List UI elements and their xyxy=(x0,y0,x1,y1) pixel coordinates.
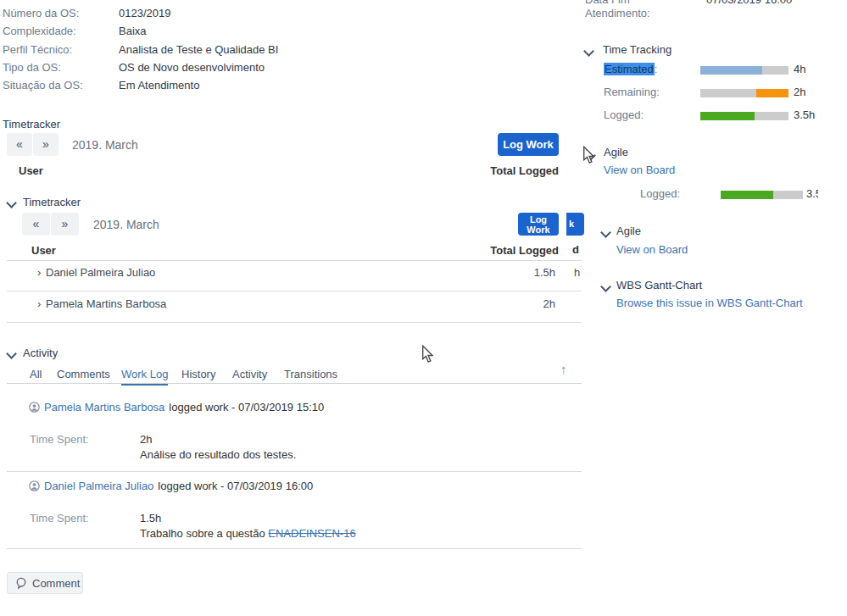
worklog-entry-header: Pamela Martins Barbosa logged work - 07/… xyxy=(29,401,324,413)
sidebar-field-label-line1: Data Fim xyxy=(585,0,630,6)
avatar xyxy=(29,402,40,413)
worklog-divider xyxy=(7,548,582,549)
table-divider xyxy=(7,322,582,323)
log-work-button-fragment: k xyxy=(566,213,584,236)
timetracker-top-log-work-button[interactable]: Log Work xyxy=(498,133,559,156)
estimated-colon: : xyxy=(655,63,658,75)
table-row-total-daniel: 1.5h xyxy=(475,266,555,279)
worklog-description: Trabalho sobre a questão ENADEINSEN-16 xyxy=(140,527,356,540)
table-row-total-pamela: 2h xyxy=(475,297,555,310)
field-label-numero-os: Número da OS: xyxy=(3,7,79,19)
sidebar-field-label-line2: Atendimento: xyxy=(585,7,650,19)
time-spent-label: Time Spent: xyxy=(30,512,89,524)
table-divider xyxy=(7,260,582,261)
timetracker-user-header: User xyxy=(31,244,56,257)
logged-overlay-value: 3.5h xyxy=(806,187,818,200)
logged-label: Logged: xyxy=(604,108,644,121)
wbs-browse-link[interactable]: Browse this issue in WBS Gantt-Chart xyxy=(616,297,803,309)
estimated-label: Estimated: xyxy=(604,63,657,75)
view-on-board-link[interactable]: View on Board xyxy=(616,243,688,256)
field-value-numero-os: 0123/2019 xyxy=(119,7,170,19)
remaining-value: 2h xyxy=(794,86,805,98)
comment-button[interactable]: Comment xyxy=(7,572,83,594)
field-value-complexidade: Baixa xyxy=(119,25,147,37)
timetracker-total-logged-header: Total Logged xyxy=(458,244,559,257)
agile-title: Agile xyxy=(616,225,641,237)
timetracker-log-work-button[interactable]: Log Work xyxy=(518,213,559,236)
worklog-description: Análise do resultado dos testes. xyxy=(140,448,296,461)
worklog-entry-header: Daniel Palmeira Juliao logged work - 07/… xyxy=(29,480,313,492)
selected-text: Estimated xyxy=(604,63,655,75)
field-label-perfil: Perfil Técnico: xyxy=(3,43,72,56)
avatar xyxy=(29,480,40,491)
estimated-bar xyxy=(700,66,788,75)
field-label-tipo: Tipo da OS: xyxy=(3,61,61,74)
worklog-action-text: logged work - 07/03/2019 16:00 xyxy=(158,480,313,492)
sidebar-field-value: 07/03/2019 16:00 xyxy=(706,0,792,6)
view-on-board-link[interactable]: View on Board xyxy=(604,164,675,176)
table-divider xyxy=(7,291,582,291)
logged-overlay-label: Logged: xyxy=(640,187,680,200)
field-label-situacao: Situação da OS: xyxy=(3,79,83,92)
table-row-user-pamela[interactable]: Pamela Martins Barbosa xyxy=(46,297,166,310)
wbs-title: WBS Gantt-Chart xyxy=(616,279,702,291)
tab-history[interactable]: History xyxy=(181,368,215,384)
logged-overlay-bar xyxy=(721,191,803,199)
activity-title: Activity xyxy=(23,347,58,359)
timetracker-next-month-button[interactable]: » xyxy=(51,213,79,236)
timetracker-top-title: Timetracker xyxy=(3,118,60,130)
comment-bubble-icon xyxy=(15,577,27,589)
tab-transitions[interactable]: Transitions xyxy=(284,368,337,384)
mouse-cursor-icon xyxy=(421,345,435,363)
time-tracking-collapse-icon[interactable] xyxy=(583,46,594,57)
tab-bar-divider xyxy=(7,383,582,384)
agile-collapse-icon[interactable] xyxy=(600,227,611,238)
mouse-cursor-icon xyxy=(582,146,596,164)
logged-bar xyxy=(700,112,788,120)
table-row-user-daniel[interactable]: Daniel Palmeira Juliao xyxy=(46,266,155,279)
time-spent-label: Time Spent: xyxy=(30,433,89,446)
timetracker-month-label: 2019. March xyxy=(93,218,159,231)
row-expand-icon[interactable]: › xyxy=(37,297,41,310)
total-logged-header-fragment: d xyxy=(572,243,579,256)
timetracker-collapse-icon[interactable] xyxy=(6,197,17,208)
timetracker-title: Timetracker xyxy=(23,196,81,208)
timetracker-top-next-month-button[interactable]: » xyxy=(33,133,59,156)
field-value-perfil: Analista de Teste e Qualidade BI xyxy=(119,43,278,56)
time-tracking-title: Time Tracking xyxy=(603,43,671,56)
remaining-label: Remaining: xyxy=(604,86,660,98)
estimated-value: 4h xyxy=(794,63,805,75)
wbs-collapse-icon[interactable] xyxy=(600,281,611,292)
tab-all[interactable]: All xyxy=(30,368,42,384)
scroll-to-top-icon[interactable]: ↑ xyxy=(560,362,567,376)
tab-activity[interactable]: Activity xyxy=(232,368,267,384)
issue-page: Número da OS: 0123/2019 Complexidade: Ba… xyxy=(0,0,847,616)
timetracker-top-prev-month-button[interactable]: « xyxy=(7,133,32,156)
timetracker-prev-month-button[interactable]: « xyxy=(22,213,50,236)
time-spent-value: 2h xyxy=(140,433,152,446)
agile-overlay-title: Agile xyxy=(604,146,628,158)
field-label-complexidade: Complexidade: xyxy=(3,25,76,37)
time-spent-value: 1.5h xyxy=(140,512,161,524)
timetracker-top-user-header: User xyxy=(19,164,43,177)
issue-key-link[interactable]: ENADEINSEN-16 xyxy=(268,527,355,540)
row-expand-icon[interactable]: › xyxy=(37,266,41,279)
timetracker-top-month-label: 2019. March xyxy=(72,138,138,152)
activity-collapse-icon[interactable] xyxy=(6,348,17,359)
comment-button-label: Comment xyxy=(32,577,80,590)
worklog-divider xyxy=(7,471,582,472)
field-value-tipo: OS de Novo desenvolvimento xyxy=(119,61,265,74)
worklog-author-link[interactable]: Pamela Martins Barbosa xyxy=(44,401,164,413)
field-value-situacao: Em Atendimento xyxy=(119,79,199,92)
worklog-description-text: Trabalho sobre a questão xyxy=(140,527,268,540)
logged-value: 3.5h xyxy=(794,108,815,121)
row-total-fragment: h xyxy=(574,266,580,279)
remaining-bar xyxy=(700,89,788,97)
worklog-author-link[interactable]: Daniel Palmeira Juliao xyxy=(44,480,153,492)
tab-comments[interactable]: Comments xyxy=(57,368,110,384)
timetracker-top-total-logged-header: Total Logged xyxy=(458,164,559,177)
worklog-action-text: logged work - 07/03/2019 15:10 xyxy=(169,401,324,413)
